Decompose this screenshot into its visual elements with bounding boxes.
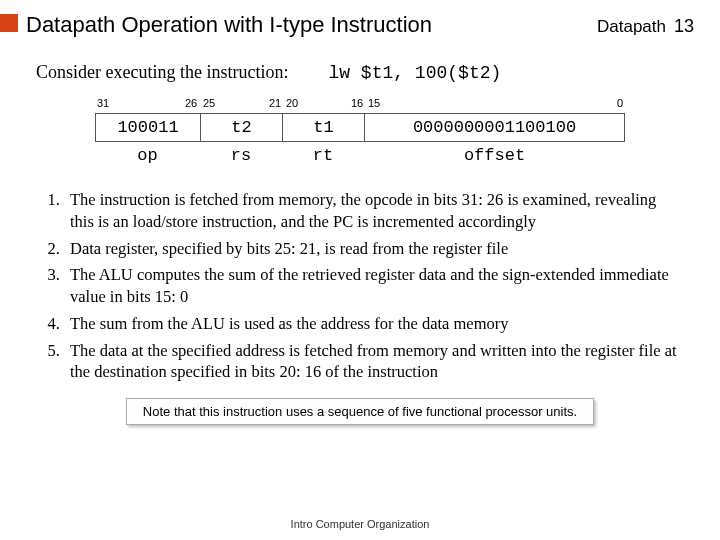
field-rt-value: t1 [283, 114, 365, 141]
field-labels: op rs rt offset [95, 146, 625, 165]
step-item: The ALU computes the sum of the retrieve… [64, 264, 684, 308]
consider-prefix: Consider executing the instruction: [36, 62, 288, 83]
field-op-label: op [95, 146, 200, 165]
bit-15: 15 [368, 97, 380, 109]
field-op-value: 100011 [96, 114, 201, 141]
bit-20: 20 [286, 97, 298, 109]
slide-content: Datapath Operation with I-type Instructi… [0, 0, 720, 425]
bit-labels: 31 26 25 21 20 16 15 0 [95, 97, 625, 113]
step-item: The data at the specified address is fet… [64, 340, 684, 384]
note-box: Note that this instruction uses a sequen… [126, 398, 594, 425]
steps-list: The instruction is fetched from memory, … [64, 189, 684, 383]
consider-row: Consider executing the instruction: lw $… [36, 62, 694, 83]
bit-31: 31 [97, 97, 109, 109]
bit-26: 26 [185, 97, 197, 109]
field-offset-value: 0000000001100100 [365, 114, 624, 141]
accent-box [0, 14, 18, 32]
page-number: 13 [674, 16, 694, 37]
field-rs-label: rs [200, 146, 282, 165]
consider-instruction: lw $t1, 100($t2) [328, 63, 501, 83]
step-item: The sum from the ALU is used as the addr… [64, 313, 684, 335]
step-item: Data register, specified by bits 25: 21,… [64, 238, 684, 260]
note-row: Note that this instruction uses a sequen… [26, 398, 694, 425]
header: Datapath Operation with I-type Instructi… [26, 12, 694, 38]
step-item: The instruction is fetched from memory, … [64, 189, 684, 233]
bit-0: 0 [617, 97, 623, 109]
field-values: 100011 t2 t1 0000000001100100 [95, 113, 625, 142]
field-rt-label: rt [282, 146, 364, 165]
page-title: Datapath Operation with I-type Instructi… [26, 12, 597, 38]
bit-21: 21 [269, 97, 281, 109]
bit-25: 25 [203, 97, 215, 109]
field-rs-value: t2 [201, 114, 283, 141]
instruction-format-table: 31 26 25 21 20 16 15 0 100011 t2 t1 0000… [95, 97, 625, 165]
field-offset-label: offset [364, 146, 625, 165]
section-label: Datapath [597, 17, 666, 37]
footer-text: Intro Computer Organization [0, 518, 720, 530]
bit-16: 16 [351, 97, 363, 109]
